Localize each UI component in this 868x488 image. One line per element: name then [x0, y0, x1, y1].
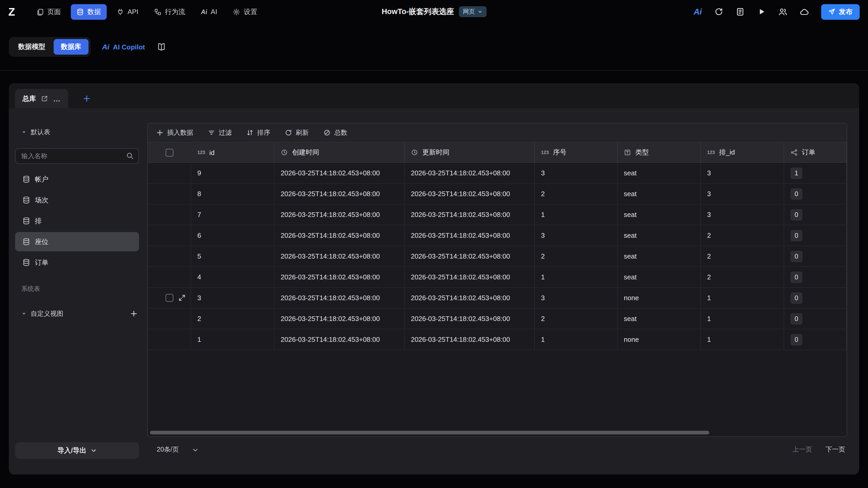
toggle-database[interactable]: 数据库	[54, 39, 89, 55]
tab-master-db[interactable]: 总库 …	[15, 89, 68, 108]
sidebar-table-item[interactable]: 排	[15, 211, 139, 230]
datetime-field-icon	[411, 149, 418, 156]
table-row[interactable]: 72026-03-25T14:18:02.453+08:002026-03-25…	[148, 204, 847, 225]
sidebar-table-item[interactable]: 座位	[15, 232, 139, 251]
row-checkbox[interactable]	[165, 294, 174, 302]
relation-count-badge[interactable]: 0	[790, 271, 802, 283]
table-row[interactable]: 12026-03-25T14:18:02.453+08:002026-03-25…	[148, 329, 847, 350]
cell-id: 3	[191, 288, 274, 308]
pagination-bar: 20条/页 上一页 下一页	[147, 445, 847, 454]
horizontal-scrollbar[interactable]	[150, 431, 709, 434]
relation-count-badge[interactable]: 0	[790, 230, 802, 241]
table-row[interactable]: 82026-03-25T14:18:02.453+08:002026-03-25…	[148, 184, 847, 204]
history-icon[interactable]	[714, 7, 723, 16]
cell-row_id: 1	[701, 329, 784, 350]
nav-data[interactable]: 数据	[71, 4, 107, 20]
toggle-data-model[interactable]: 数据模型	[11, 39, 53, 55]
cell-created: 2026-03-25T14:18:02.453+08:00	[274, 163, 405, 183]
nav-pages[interactable]: 页面	[31, 4, 67, 20]
custom-views-group[interactable]: 自定义视图	[9, 306, 147, 322]
preview-icon[interactable]	[757, 7, 766, 16]
topbar-actions: Ai 发布	[693, 4, 860, 20]
cloud-icon[interactable]	[800, 7, 809, 16]
default-tables-group[interactable]: 默认表	[9, 127, 147, 137]
cell-id: 9	[191, 163, 274, 183]
tab-menu-icon[interactable]: …	[53, 96, 61, 101]
relation-count-badge[interactable]: 0	[790, 209, 802, 220]
relation-count-badge[interactable]: 0	[790, 188, 802, 199]
table-row[interactable]: 22026-03-25T14:18:02.453+08:002026-03-25…	[148, 308, 847, 329]
table-row[interactable]: 52026-03-25T14:18:02.453+08:002026-03-25…	[148, 246, 847, 267]
column-header-type[interactable]: 类型	[618, 142, 701, 162]
column-header-id[interactable]: 123id	[191, 142, 274, 162]
relation-count-badge[interactable]: 1	[790, 167, 802, 179]
cell-created: 2026-03-25T14:18:02.453+08:00	[274, 329, 405, 350]
relation-count-badge[interactable]: 0	[790, 313, 802, 324]
app-logo[interactable]: Z	[8, 5, 15, 18]
cell-order: 1	[784, 163, 847, 183]
ai-icon: Ai	[201, 8, 207, 15]
expand-row-icon[interactable]	[178, 294, 186, 302]
cell-row_id: 1	[701, 308, 784, 329]
count-icon	[323, 129, 331, 136]
sidebar-table-item[interactable]: 场次	[15, 190, 139, 210]
database-icon	[76, 8, 84, 15]
database-icon	[22, 196, 30, 204]
refresh-button[interactable]: 刷新	[285, 128, 309, 137]
nav-flow[interactable]: 行为流	[148, 4, 191, 20]
table-row[interactable]: 32026-03-25T14:18:02.453+08:002026-03-25…	[148, 288, 847, 308]
add-view-button[interactable]	[130, 310, 137, 317]
table-row[interactable]: 62026-03-25T14:18:02.453+08:002026-03-25…	[148, 225, 847, 246]
column-label: 更新时间	[422, 148, 450, 157]
publish-button[interactable]: 发布	[821, 4, 860, 20]
select-all-checkbox[interactable]	[165, 149, 174, 156]
platform-badge[interactable]: 网页	[459, 6, 486, 17]
nav-pages-label: 页面	[48, 7, 61, 17]
relation-count-badge[interactable]: 0	[790, 292, 802, 303]
sort-button[interactable]: 排序	[246, 128, 270, 137]
caret-down-icon	[21, 311, 27, 316]
cell-type: seat	[618, 204, 701, 225]
insert-data-label: 插入数据	[167, 128, 193, 137]
guide-icon[interactable]	[736, 7, 745, 16]
column-header-created[interactable]: 创建时间	[274, 142, 405, 162]
column-header-order[interactable]: 订单	[784, 142, 847, 162]
table-search-input[interactable]	[15, 148, 139, 164]
database-panel: 总库 … 默认表 帐户场次排座位订单 系统表	[9, 83, 859, 475]
page-size-select[interactable]: 20条/页	[157, 445, 199, 454]
sidebar-table-item[interactable]: 订单	[15, 253, 139, 272]
total-count-button[interactable]: 总数	[323, 128, 347, 137]
ai-assistant-icon[interactable]: Ai	[693, 7, 702, 16]
book-icon[interactable]	[157, 43, 166, 51]
table-row[interactable]: 92026-03-25T14:18:02.453+08:002026-03-25…	[148, 163, 847, 184]
add-tab-button[interactable]	[83, 95, 91, 102]
row-select-cell	[148, 288, 191, 308]
database-icon	[22, 175, 30, 183]
next-page-button[interactable]: 下一页	[826, 445, 845, 454]
relation-count-badge[interactable]: 0	[790, 334, 802, 345]
ai-copilot-button[interactable]: Ai AI Copilot	[102, 43, 145, 51]
nav-data-label: 数据	[88, 7, 101, 17]
external-link-icon[interactable]	[41, 95, 48, 102]
nav-settings[interactable]: 设置	[227, 4, 263, 20]
text-field-icon	[624, 149, 631, 156]
relation-count-badge[interactable]: 0	[790, 251, 802, 262]
column-header-row_id[interactable]: 123排_id	[701, 142, 784, 162]
cell-id: 2	[191, 308, 274, 329]
relation-field-icon	[790, 149, 798, 156]
cell-type: seat	[618, 225, 701, 246]
system-tables-label[interactable]: 系统表	[21, 285, 147, 293]
column-header-seq[interactable]: 123序号	[535, 142, 618, 162]
nav-api[interactable]: API	[111, 5, 144, 19]
nav-ai[interactable]: Ai AI	[195, 5, 223, 19]
prev-page-button[interactable]: 上一页	[793, 445, 812, 454]
import-export-button[interactable]: 导入/导出	[15, 442, 139, 459]
filter-button[interactable]: 过滤	[208, 128, 232, 137]
cell-id: 5	[191, 246, 274, 266]
sidebar-table-item[interactable]: 帐户	[15, 170, 139, 189]
insert-data-button[interactable]: 插入数据	[156, 128, 193, 137]
members-icon[interactable]	[778, 7, 787, 16]
cell-order: 0	[784, 246, 847, 266]
column-header-updated[interactable]: 更新时间	[405, 142, 535, 162]
table-row[interactable]: 42026-03-25T14:18:02.453+08:002026-03-25…	[148, 267, 847, 288]
